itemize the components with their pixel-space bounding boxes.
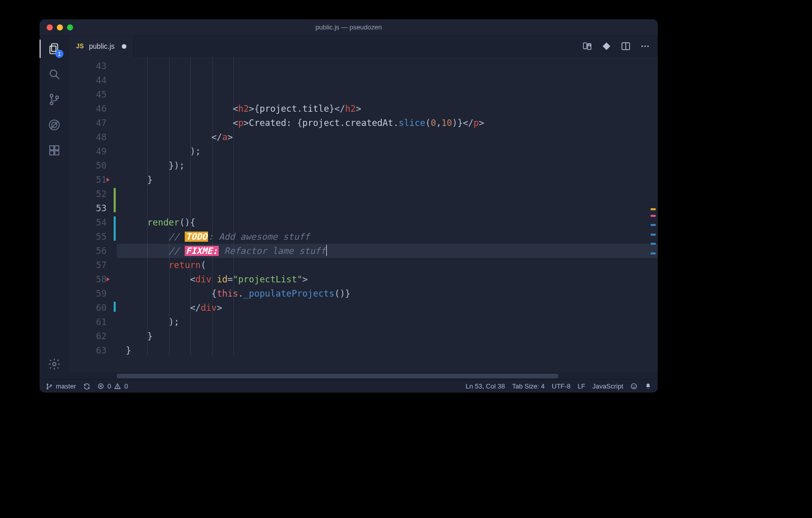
line-number[interactable]: 46: [69, 102, 107, 116]
line-number[interactable]: 60: [69, 301, 107, 315]
branch-icon: [46, 383, 53, 390]
more-actions-button[interactable]: [639, 41, 651, 52]
smiley-icon: [630, 383, 637, 390]
text-cursor: [326, 245, 327, 256]
svg-point-13: [53, 363, 56, 366]
minimap-marker: [651, 234, 656, 236]
code-line[interactable]: {this._populateProjects()}: [117, 286, 658, 301]
diamond-icon: [601, 41, 612, 51]
line-number[interactable]: 51: [69, 173, 107, 187]
gutter-error-marker-icon: [107, 277, 110, 281]
error-count: 0: [108, 382, 111, 390]
compare-changes-button[interactable]: [582, 41, 593, 52]
warning-icon: [114, 383, 121, 390]
zoom-window-button[interactable]: [67, 24, 73, 30]
line-number[interactable]: 59: [69, 286, 107, 301]
encoding-status[interactable]: UTF-8: [552, 382, 570, 390]
activity-bar: 1: [40, 36, 69, 379]
code-line[interactable]: [117, 201, 658, 215]
code-line[interactable]: <p>Created: {project.createdAt.slice(0,1…: [117, 116, 658, 130]
git-branch-icon: [48, 93, 61, 106]
code-line[interactable]: );: [117, 315, 658, 329]
line-number[interactable]: 55: [69, 230, 107, 244]
code-line[interactable]: // FIXME: Refactor lame stuff: [117, 244, 658, 258]
code-line[interactable]: // TODO: Add awesome stuff: [117, 230, 658, 244]
line-number[interactable]: 62: [69, 329, 107, 343]
line-number[interactable]: 43: [69, 59, 107, 73]
code-line[interactable]: <h2>{project.title}</h2>: [117, 102, 658, 116]
dirty-indicator-icon: [122, 44, 126, 49]
code-line[interactable]: [117, 187, 658, 201]
close-window-button[interactable]: [47, 24, 53, 30]
explorer-view-button[interactable]: 1: [46, 41, 62, 57]
ellipsis-icon: [640, 41, 650, 51]
line-number[interactable]: 48: [69, 130, 107, 144]
search-icon: [48, 68, 61, 81]
code-line[interactable]: return(: [117, 258, 658, 272]
svg-point-21: [645, 46, 646, 47]
minimap[interactable]: [646, 57, 657, 372]
app-window: public.js — pseudozen 1: [40, 19, 658, 393]
minimize-window-button[interactable]: [57, 24, 63, 30]
tab-public-js[interactable]: JS public.js: [69, 36, 134, 57]
line-number[interactable]: 47: [69, 116, 107, 130]
code-editor[interactable]: 4344454647484950515253545556575859606162…: [69, 57, 658, 372]
editor-tabs: JS public.js: [69, 36, 658, 57]
notifications-button[interactable]: [645, 383, 652, 390]
line-number[interactable]: 56: [69, 244, 107, 258]
cursor-position-status[interactable]: Ln 53, Col 38: [466, 382, 505, 390]
code-line[interactable]: );: [117, 144, 658, 158]
code-line[interactable]: }: [117, 173, 658, 187]
svg-point-20: [641, 46, 643, 47]
code-line[interactable]: render(){: [117, 215, 658, 230]
svg-point-25: [50, 384, 51, 385]
minimap-marker: [651, 215, 656, 217]
window-controls: [47, 24, 73, 30]
line-number[interactable]: 58: [69, 272, 107, 286]
eol-status[interactable]: LF: [578, 382, 585, 390]
code-line[interactable]: [117, 372, 658, 372]
code-line[interactable]: <div id="projectList">: [117, 272, 658, 286]
code-line[interactable]: </a>: [117, 130, 658, 144]
code-area[interactable]: <h2>{project.title}</h2> <p>Created: {pr…: [117, 57, 658, 372]
code-line[interactable]: </div>: [117, 301, 658, 315]
extensions-view-button[interactable]: [46, 142, 62, 158]
source-control-view-button[interactable]: [46, 91, 62, 108]
branch-name: master: [56, 382, 76, 390]
sync-button[interactable]: [83, 383, 90, 390]
scrollbar-thumb[interactable]: [117, 374, 558, 378]
git-modified-marker: [114, 302, 116, 312]
search-view-button[interactable]: [46, 66, 62, 82]
status-bar: master 0 0 Ln 53, Col 38 Tab Size: 4: [40, 379, 658, 393]
line-number[interactable]: 63: [69, 343, 107, 358]
horizontal-scrollbar[interactable]: [69, 372, 658, 379]
feedback-button[interactable]: [630, 383, 637, 390]
line-number[interactable]: 44: [69, 73, 107, 87]
minimap-marker: [651, 243, 656, 245]
code-line[interactable]: }: [117, 329, 658, 343]
line-number[interactable]: 57: [69, 258, 107, 272]
code-line[interactable]: }: [117, 343, 658, 358]
open-changes-button[interactable]: [601, 41, 612, 52]
svg-rect-14: [584, 43, 587, 49]
line-number-gutter[interactable]: 4344454647484950515253545556575859606162…: [69, 57, 114, 372]
compare-icon: [582, 41, 592, 51]
line-number[interactable]: 54: [69, 215, 107, 230]
indentation-status[interactable]: Tab Size: 4: [512, 382, 545, 390]
git-branch-status[interactable]: master: [46, 382, 76, 390]
svg-point-23: [47, 383, 48, 384]
line-number[interactable]: 45: [69, 87, 107, 102]
debug-view-button[interactable]: [46, 117, 62, 133]
line-number[interactable]: 52: [69, 187, 107, 201]
code-line[interactable]: [117, 358, 658, 372]
problems-status[interactable]: 0 0: [97, 382, 128, 390]
split-editor-button[interactable]: [620, 41, 631, 52]
svg-point-5: [50, 102, 53, 105]
line-number[interactable]: 49: [69, 144, 107, 158]
line-number[interactable]: 61: [69, 315, 107, 329]
settings-button[interactable]: [46, 356, 62, 372]
language-mode-status[interactable]: JavaScript: [592, 382, 623, 390]
line-number[interactable]: 53: [69, 201, 107, 215]
code-line[interactable]: });: [117, 158, 658, 173]
line-number[interactable]: 50: [69, 158, 107, 173]
